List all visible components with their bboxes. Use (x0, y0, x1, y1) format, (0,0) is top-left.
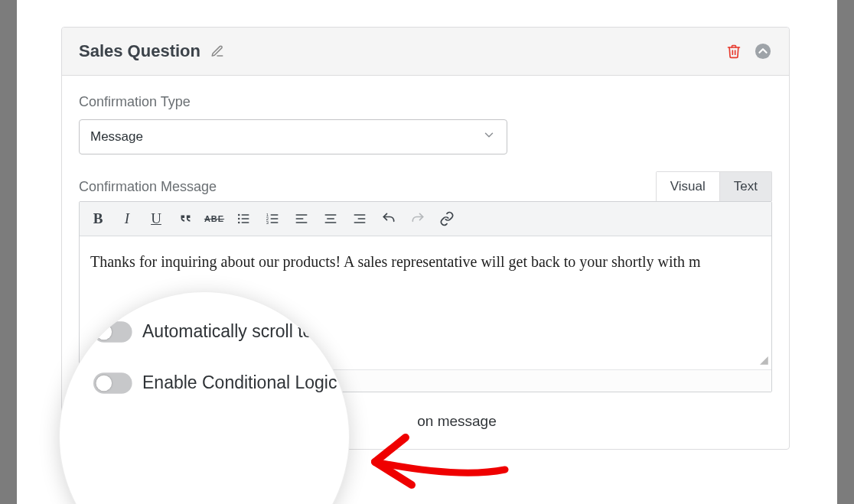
editor-content: Thanks for inquiring about our products!… (90, 253, 701, 270)
strikethrough-button[interactable]: ABE (200, 206, 228, 232)
panel-header: Sales Question (62, 28, 789, 76)
align-right-icon (352, 211, 367, 226)
pencil-icon (210, 44, 224, 58)
italic-button[interactable]: I (113, 206, 141, 232)
bold-icon: B (93, 210, 103, 227)
confirmation-message-label-row: Confirmation Message Visual Text (79, 171, 772, 201)
confirmation-type-value: Message (90, 129, 143, 145)
align-center-button[interactable] (317, 206, 344, 232)
chevron-up-circle-icon (755, 43, 771, 60)
italic-icon: I (125, 210, 129, 227)
resize-grip-icon: ◢ (760, 352, 768, 368)
chevron-down-icon (482, 128, 496, 146)
svg-point-5 (238, 222, 240, 224)
svg-point-0 (755, 44, 771, 59)
redo-icon (410, 211, 425, 226)
underline-icon: U (151, 210, 161, 227)
svg-point-1 (238, 214, 240, 216)
trash-icon (726, 44, 742, 59)
redo-button[interactable] (404, 206, 432, 232)
lens-conditional-logic-toggle[interactable] (93, 372, 132, 394)
frame-border-right (837, 0, 854, 504)
panel-header-actions (725, 42, 772, 60)
numbered-list-button[interactable]: 123 (259, 206, 286, 232)
editor-mode-tabs: Visual Text (656, 171, 772, 201)
link-icon (439, 211, 455, 226)
frame-border-left (0, 0, 17, 504)
link-button[interactable] (433, 206, 461, 232)
underline-button[interactable]: U (142, 206, 170, 232)
bullet-list-icon (236, 211, 251, 226)
undo-button[interactable] (375, 206, 403, 232)
edit-title-button[interactable] (210, 44, 225, 59)
align-left-icon (294, 211, 309, 226)
panel-title-wrap: Sales Question (79, 41, 225, 61)
confirmation-type-label: Confirmation Type (79, 94, 772, 110)
align-left-button[interactable] (288, 206, 315, 232)
confirmation-type-select[interactable]: Message (79, 119, 507, 154)
collapse-button[interactable] (754, 42, 772, 60)
panel-title: Sales Question (79, 41, 200, 61)
lens-conditional-logic-row: Enable Conditional Logic (93, 372, 349, 393)
canvas: Sales Question Confirmation Type (17, 0, 837, 504)
bullet-list-button[interactable] (230, 206, 257, 232)
blockquote-icon (177, 210, 194, 227)
align-right-button[interactable] (346, 206, 373, 232)
tab-text[interactable]: Text (719, 172, 771, 201)
delete-button[interactable] (725, 42, 743, 60)
blockquote-button[interactable] (171, 206, 199, 232)
strikethrough-icon: ABE (204, 214, 224, 223)
editor-toolbar: B I U ABE 123 (80, 202, 771, 236)
tab-visual[interactable]: Visual (657, 172, 719, 201)
bold-button[interactable]: B (84, 206, 112, 232)
toggle-knob (96, 375, 112, 391)
svg-point-3 (238, 218, 240, 220)
auto-scroll-label-tail: on message (417, 413, 497, 430)
confirmation-message-label: Confirmation Message (79, 179, 217, 195)
lens-conditional-logic-label: Enable Conditional Logic (142, 372, 337, 393)
undo-icon (381, 211, 396, 226)
screenshot-root: Sales Question Confirmation Type (0, 0, 854, 504)
svg-text:3: 3 (266, 220, 269, 225)
align-center-icon (323, 211, 338, 226)
confirmation-type-group: Confirmation Type Message (79, 94, 772, 154)
numbered-list-icon: 123 (265, 211, 280, 226)
